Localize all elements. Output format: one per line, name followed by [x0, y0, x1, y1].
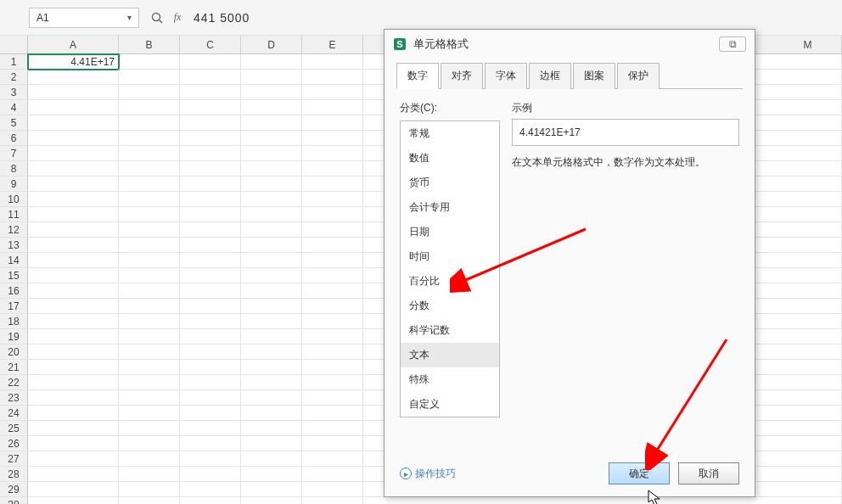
cell[interactable] [302, 207, 363, 222]
cell[interactable] [119, 54, 180, 70]
cell[interactable] [774, 390, 842, 406]
cell[interactable] [241, 176, 302, 192]
cell[interactable] [28, 115, 119, 131]
cell[interactable] [28, 238, 119, 253]
category-item[interactable]: 时间 [401, 244, 499, 269]
cell[interactable] [774, 100, 842, 115]
cell[interactable] [241, 451, 302, 467]
cell[interactable] [28, 192, 119, 207]
cell[interactable] [302, 85, 363, 100]
cell[interactable] [119, 192, 180, 207]
cell[interactable] [119, 482, 180, 497]
cell[interactable] [302, 192, 363, 207]
category-item[interactable]: 百分比 [401, 269, 499, 294]
tab-0[interactable]: 数字 [396, 63, 439, 89]
row-header[interactable]: 16 [0, 283, 28, 299]
cell[interactable] [28, 467, 119, 482]
cell[interactable] [302, 176, 363, 192]
cell[interactable] [119, 70, 180, 85]
cell[interactable] [119, 360, 180, 375]
cell[interactable] [302, 497, 363, 504]
cell[interactable] [774, 131, 842, 146]
cell[interactable] [28, 406, 119, 421]
row-header[interactable]: 24 [0, 406, 28, 421]
cell[interactable] [180, 161, 241, 176]
category-item[interactable]: 数值 [401, 146, 499, 171]
cell[interactable] [774, 161, 842, 176]
cell[interactable] [119, 238, 180, 253]
cell[interactable] [774, 207, 842, 222]
cell[interactable] [28, 390, 119, 406]
cell[interactable] [241, 207, 302, 222]
cell[interactable] [119, 406, 180, 421]
cell[interactable] [302, 421, 363, 436]
row-header[interactable]: 12 [0, 222, 28, 238]
cell[interactable] [180, 238, 241, 253]
cell[interactable] [28, 314, 119, 329]
category-item[interactable]: 会计专用 [401, 195, 499, 220]
cell[interactable] [774, 115, 842, 131]
cell[interactable] [180, 100, 241, 115]
cell[interactable] [774, 421, 842, 436]
cell[interactable] [180, 85, 241, 100]
cell[interactable] [302, 253, 363, 268]
cell[interactable] [241, 54, 302, 70]
cell[interactable] [774, 176, 842, 192]
row-header[interactable]: 9 [0, 176, 28, 192]
cell[interactable] [774, 192, 842, 207]
cell[interactable] [180, 421, 241, 436]
cell[interactable] [774, 344, 842, 360]
cell[interactable] [28, 451, 119, 467]
cell[interactable] [302, 436, 363, 451]
col-C[interactable]: C [180, 36, 241, 53]
cell[interactable] [774, 268, 842, 283]
cell[interactable] [180, 70, 241, 85]
row-header[interactable]: 14 [0, 253, 28, 268]
cell[interactable] [302, 70, 363, 85]
cell[interactable] [28, 146, 119, 161]
col-E[interactable]: E [302, 36, 363, 53]
cell[interactable] [180, 146, 241, 161]
cell[interactable] [119, 207, 180, 222]
cell[interactable] [180, 299, 241, 314]
cell[interactable] [774, 329, 842, 344]
cell[interactable] [119, 131, 180, 146]
category-item[interactable]: 特殊 [401, 367, 499, 392]
cell[interactable] [241, 390, 302, 406]
cell[interactable] [28, 344, 119, 360]
cell[interactable] [774, 54, 842, 70]
cell[interactable] [302, 451, 363, 467]
cell[interactable] [28, 207, 119, 222]
cell[interactable] [119, 146, 180, 161]
row-header[interactable]: 10 [0, 192, 28, 207]
cell[interactable]: 4.41E+17 [28, 54, 119, 70]
cell[interactable] [180, 329, 241, 344]
cell[interactable] [180, 451, 241, 467]
cell[interactable] [28, 131, 119, 146]
select-all-corner[interactable] [0, 36, 28, 53]
cell[interactable] [180, 467, 241, 482]
cell[interactable] [774, 70, 842, 85]
cell[interactable] [119, 222, 180, 238]
row-header[interactable]: 18 [0, 314, 28, 329]
tips-link[interactable]: ▸ 操作技巧 [400, 467, 456, 481]
row-header[interactable]: 3 [0, 85, 28, 100]
cell[interactable] [119, 115, 180, 131]
row-header[interactable]: 21 [0, 360, 28, 375]
category-item[interactable]: 日期 [401, 220, 499, 244]
cell[interactable] [180, 360, 241, 375]
cell[interactable] [28, 268, 119, 283]
close-icon[interactable]: ⧉ [719, 36, 746, 52]
ok-button[interactable]: 确定 [609, 462, 670, 484]
cell[interactable] [302, 161, 363, 176]
category-item[interactable]: 常规 [401, 121, 499, 146]
cell[interactable] [241, 299, 302, 314]
tab-5[interactable]: 保护 [617, 63, 660, 89]
category-list[interactable]: 常规数值货币会计专用日期时间百分比分数科学记数文本特殊自定义 [400, 120, 500, 417]
cell[interactable] [28, 299, 119, 314]
row-header[interactable]: 19 [0, 329, 28, 344]
cell[interactable] [180, 283, 241, 299]
cell[interactable] [302, 406, 363, 421]
dropdown-icon[interactable]: ▾ [127, 13, 132, 22]
cell[interactable] [28, 85, 119, 100]
